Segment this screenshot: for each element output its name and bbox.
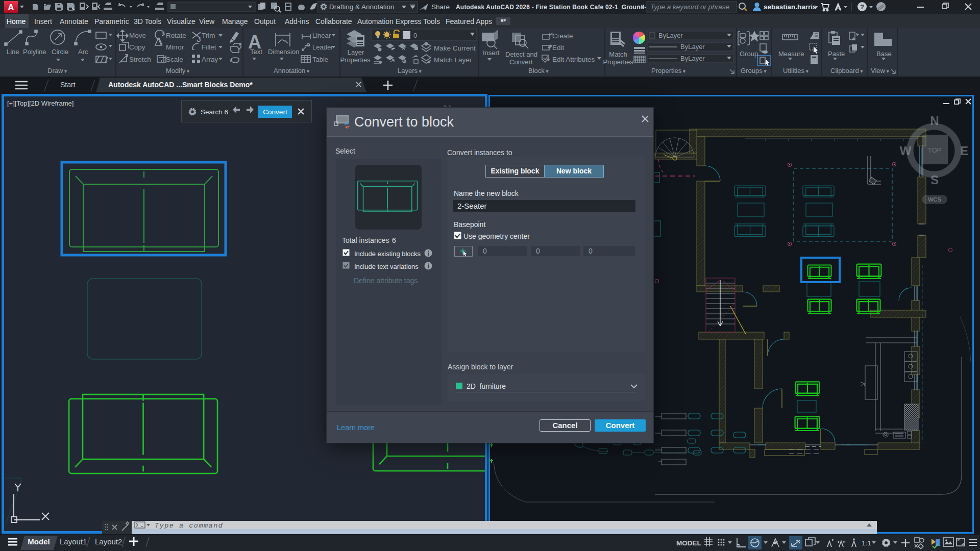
svg-text:Polyline: Polyline — [23, 48, 46, 56]
svg-text:Arc: Arc — [78, 48, 88, 56]
svg-text:TOP: TOP — [928, 146, 942, 154]
svg-text:Type a keyword or phrase: Type a keyword or phrase — [650, 3, 729, 11]
svg-text:1:1: 1:1 — [862, 539, 871, 547]
svg-text:Measure: Measure — [778, 50, 804, 58]
svg-text:Insert: Insert — [483, 49, 500, 57]
svg-text:Line: Line — [7, 48, 19, 56]
svg-text:S: S — [930, 173, 939, 187]
svg-text:Scale: Scale — [166, 56, 183, 63]
svg-text:Stretch: Stretch — [129, 56, 151, 63]
svg-text:Rotate: Rotate — [166, 32, 186, 39]
svg-text:Share: Share — [431, 3, 450, 11]
svg-text:Start: Start — [60, 81, 76, 89]
svg-text:Make Current: Make Current — [434, 44, 476, 52]
svg-text:Autodesk AutoCAD ...Smart Bloc: Autodesk AutoCAD ...Smart Blocks Demo* — [108, 81, 253, 89]
svg-text:Circle: Circle — [52, 48, 68, 56]
svg-text:Layout1: Layout1 — [60, 537, 87, 546]
svg-text:Linear: Linear — [312, 32, 331, 39]
svg-text:E: E — [960, 144, 968, 158]
svg-text:Mirror: Mirror — [166, 43, 184, 51]
svg-text:Edit Attributes: Edit Attributes — [552, 56, 595, 63]
svg-text:N: N — [930, 114, 939, 128]
svg-text:A: A — [8, 3, 14, 12]
svg-text:ByLayer: ByLayer — [658, 32, 683, 39]
svg-text:W: W — [900, 144, 912, 158]
svg-text:Convert: Convert — [263, 108, 287, 116]
svg-text:Type a command: Type a command — [155, 522, 223, 530]
svg-text:Move: Move — [129, 32, 146, 39]
svg-text:Model: Model — [28, 537, 50, 546]
svg-text:Detect and: Detect and — [505, 51, 537, 58]
svg-text:Layer: Layer — [348, 48, 364, 56]
svg-text:Edit: Edit — [552, 44, 565, 52]
svg-text:Text: Text — [250, 48, 262, 56]
svg-text:Properties: Properties — [603, 58, 633, 66]
svg-text:Layout2: Layout2 — [95, 537, 122, 546]
svg-text:Leader: Leader — [312, 43, 333, 51]
svg-text:WCS: WCS — [928, 196, 941, 203]
svg-text:Search 6: Search 6 — [201, 108, 228, 116]
svg-text:sebastian.harris: sebastian.harris — [764, 3, 817, 11]
svg-text:MODEL: MODEL — [676, 539, 701, 547]
svg-text:Paste: Paste — [828, 50, 845, 58]
svg-text:Table: Table — [312, 56, 328, 63]
svg-text:Group: Group — [740, 50, 758, 58]
svg-text:Base: Base — [876, 50, 892, 58]
svg-text:Drafting & Annotation: Drafting & Annotation — [329, 3, 395, 11]
svg-text:Copy: Copy — [129, 43, 145, 51]
svg-text:Match: Match — [609, 51, 627, 58]
svg-text:Create: Create — [552, 32, 573, 40]
svg-text:ByLayer: ByLayer — [680, 55, 705, 62]
svg-text:0: 0 — [413, 32, 417, 39]
svg-text:Fillet: Fillet — [202, 43, 216, 51]
svg-text:Array: Array — [202, 56, 218, 63]
svg-text:ByLayer: ByLayer — [680, 43, 705, 51]
svg-text:Trim: Trim — [202, 32, 215, 39]
svg-text:Match Layer: Match Layer — [434, 56, 472, 64]
svg-text:Autodesk AutoCAD 2026 - Fire S: Autodesk AutoCAD 2026 - Fire Station Boo… — [456, 4, 652, 11]
svg-text:Dimension: Dimension — [268, 48, 299, 56]
svg-text:Properties: Properties — [340, 56, 371, 64]
svg-text:Convert: Convert — [509, 58, 533, 66]
svg-text:?: ? — [860, 3, 864, 11]
